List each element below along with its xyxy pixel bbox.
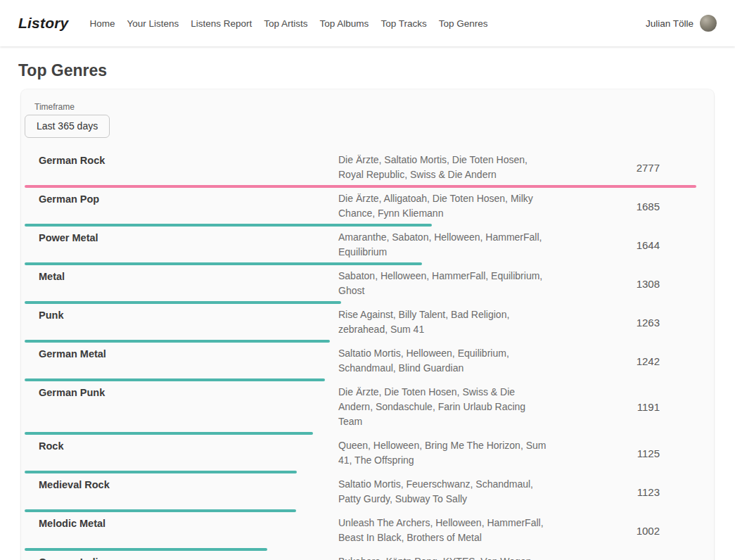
app-logo[interactable]: Listory (18, 15, 68, 32)
genre-count: 1308 (549, 278, 660, 290)
page-title: Top Genres (18, 61, 714, 80)
genre-name: German Punk (39, 385, 338, 429)
genre-name: German Pop (39, 191, 338, 221)
genre-name: Rock (39, 438, 338, 468)
genre-count: 1123 (549, 486, 660, 498)
genre-row: German Metal Saltatio Mortis, Helloween,… (25, 343, 696, 381)
genre-artists: Sabaton, Helloween, HammerFall, Equilibr… (338, 269, 549, 298)
genre-row: Medieval Rock Saltatio Mortis, Feuerschw… (25, 473, 696, 512)
genre-count: 2777 (549, 162, 660, 174)
genre-artists: Unleash The Archers, Helloween, HammerFa… (338, 516, 549, 545)
timeframe-label: Timeframe (34, 102, 696, 112)
genre-count: 1125 (549, 447, 660, 459)
genre-count: 1263 (549, 317, 660, 329)
genre-row: Metal Sabaton, Helloween, HammerFall, Eq… (25, 265, 696, 304)
nav-item-top-albums[interactable]: Top Albums (320, 18, 369, 29)
nav-item-your-listens[interactable]: Your Listens (127, 18, 179, 29)
nav-item-top-genres[interactable]: Top Genres (439, 18, 488, 29)
user-menu[interactable]: Julian Tölle (646, 15, 717, 32)
genre-count: 1242 (549, 355, 660, 367)
genre-artists: Bukahara, Käptn Peng, KYTES, Von Wegen L… (338, 554, 549, 560)
genre-count: 1002 (549, 525, 660, 537)
genre-name: German Indie (39, 554, 338, 560)
genre-artists: Queen, Helloween, Bring Me The Horizon, … (338, 438, 549, 468)
genre-row: German Indie Bukahara, Käptn Peng, KYTES… (25, 551, 696, 560)
genre-artists: Die Ärzte, Saltatio Mortis, Die Toten Ho… (338, 153, 549, 182)
main-content: Top Genres Timeframe Last 365 days Germa… (0, 61, 735, 560)
timeframe-select[interactable]: Last 365 days (25, 115, 110, 138)
genre-count: 1191 (549, 401, 660, 413)
genre-artists: Amaranthe, Sabaton, Helloween, HammerFal… (338, 230, 549, 260)
genre-name: Melodic Metal (39, 516, 338, 545)
nav-item-top-artists[interactable]: Top Artists (264, 18, 307, 29)
genre-table: German Rock Die Ärzte, Saltatio Mortis, … (25, 149, 696, 560)
genre-row: Power Metal Amaranthe, Sabaton, Hellowee… (25, 227, 696, 265)
genre-row: German Punk Die Ärzte, Die Toten Hosen, … (25, 381, 696, 435)
genre-artists: Die Ärzte, Alligatoah, Die Toten Hosen, … (338, 191, 549, 221)
genre-name: German Rock (39, 153, 338, 182)
nav-item-listens-report[interactable]: Listens Report (191, 18, 252, 29)
genre-name: German Metal (39, 346, 338, 376)
genre-artists: Die Ärzte, Die Toten Hosen, Swiss & Die … (338, 385, 549, 429)
genre-artists: Rise Against, Billy Talent, Bad Religion… (338, 307, 549, 337)
main-nav: Home Your Listens Listens Report Top Art… (89, 18, 646, 29)
genre-name: Punk (39, 307, 338, 337)
nav-item-home[interactable]: Home (89, 18, 115, 29)
genre-row: Punk Rise Against, Billy Talent, Bad Rel… (25, 304, 696, 343)
genre-row: Rock Queen, Helloween, Bring Me The Hori… (25, 435, 696, 473)
genre-artists: Saltatio Mortis, Feuerschwanz, Schandmau… (338, 477, 549, 507)
genre-name: Power Metal (39, 230, 338, 260)
top-nav: Listory Home Your Listens Listens Report… (0, 0, 735, 46)
genre-count: 1644 (549, 239, 660, 251)
genre-name: Medieval Rock (39, 477, 338, 507)
genre-name: Metal (39, 269, 338, 298)
nav-item-top-tracks[interactable]: Top Tracks (381, 18, 426, 29)
genre-count: 1685 (549, 201, 660, 212)
user-avatar[interactable] (700, 15, 717, 32)
user-name[interactable]: Julian Tölle (646, 18, 694, 29)
timeframe-control: Timeframe Last 365 days (25, 102, 696, 138)
genres-card: Timeframe Last 365 days German Rock Die … (21, 89, 714, 560)
genre-row: Melodic Metal Unleash The Archers, Hello… (25, 512, 696, 551)
genre-row: German Pop Die Ärzte, Alligatoah, Die To… (25, 188, 696, 227)
genre-artists: Saltatio Mortis, Helloween, Equilibrium,… (338, 346, 549, 376)
genre-row: German Rock Die Ärzte, Saltatio Mortis, … (25, 149, 696, 188)
